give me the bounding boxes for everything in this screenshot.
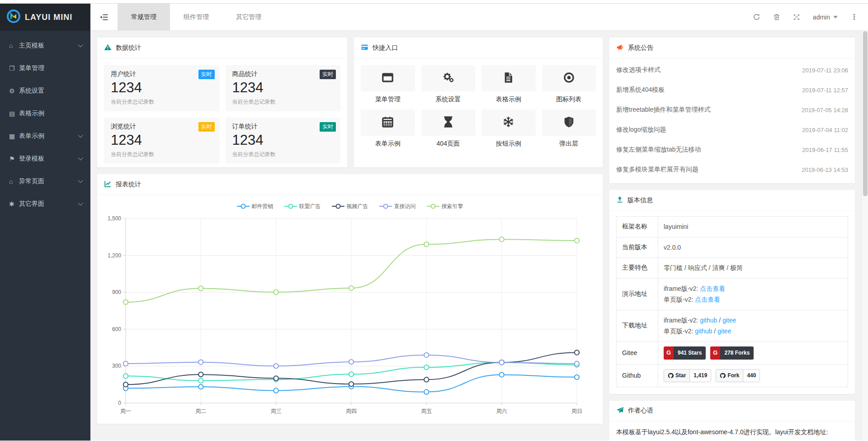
svg-text:0: 0 [118, 400, 121, 406]
card-title: 报表统计 [116, 180, 141, 189]
quick-entry-forms[interactable]: 表单示例 [361, 109, 415, 148]
author-words-card: 作者心语 本模板基于layui2.5.4以及font-awesome-4.7.0… [609, 401, 855, 441]
legend-item[interactable]: 联盟广告 [284, 201, 321, 211]
gitee-logo-icon: G [664, 346, 674, 360]
table-row: 演示地址 iframe版-v2: 点击查看 单页版-v2: 点击查看 [617, 278, 848, 310]
notice-item[interactable]: 新增treetable插件和菜单管理样式 2019-07-05 14:28 [616, 100, 848, 120]
download-github-link[interactable]: github [695, 327, 712, 335]
legend-marker-icon [332, 204, 344, 209]
table-row: 主要特色 零门槛 / 响应式 / 清爽 / 极简 [617, 258, 848, 279]
browser-chrome-strip [0, 0, 868, 4]
snowflake-icon [502, 116, 514, 130]
version-info-card: 版本信息 框架名称 layuimini 当前版本 v2.0.0 主要特色 [609, 190, 855, 394]
chevron-down-icon [78, 200, 83, 205]
file-icon: ▤ [9, 110, 19, 117]
window-icon [382, 71, 394, 85]
sidebar-item-menu-management[interactable]: ❐ 菜单管理 [0, 57, 90, 80]
home-icon: ⌂ [9, 178, 19, 185]
refresh-icon[interactable] [753, 13, 760, 21]
github-icon [720, 373, 726, 379]
svg-text:900: 900 [112, 289, 121, 295]
bullhorn-icon [616, 43, 624, 52]
sidebar-item-form-examples[interactable]: ▦ 表单示例 [0, 125, 90, 147]
download-github-link[interactable]: github [700, 317, 717, 324]
quick-entry-404[interactable]: 404页面 [421, 109, 476, 148]
legend-marker-icon [427, 204, 439, 209]
github-icon [668, 373, 674, 379]
shield-icon [563, 116, 575, 130]
svg-text:周四: 周四 [346, 408, 357, 414]
download-gitee-link[interactable]: gitee [722, 317, 736, 324]
warning-triangle-icon [104, 43, 112, 52]
github-star-button[interactable]: Star 1,419 [664, 369, 711, 382]
quick-entry-menu[interactable]: 菜单管理 [361, 65, 415, 104]
quick-entry-card: 快捷入口 菜单管理 [354, 38, 603, 167]
tab-other-management[interactable]: 其它管理 [222, 4, 275, 30]
notice-item[interactable]: 修改logo缩放问题 2019-07-04 11:02 [616, 120, 848, 140]
quick-entry-icons[interactable]: 图标列表 [542, 65, 596, 104]
user-menu[interactable]: admin [813, 14, 838, 21]
card-title: 系统公告 [628, 44, 653, 52]
sidebar-item-home-templates[interactable]: ⌂ 主页模板 [0, 34, 90, 57]
sidebar-item-table-examples[interactable]: ▤ 表格示例 [0, 102, 90, 125]
sidebar-item-login-templates[interactable]: ⚑ 登录模板 [0, 147, 90, 170]
status-badge: 实时 [320, 70, 336, 79]
line-chart: 03006009001,2001,500周一周二周三周四周五周六周日 [97, 211, 603, 422]
stat-products: 商品统计 实时 1234 当前分类总记录数 [226, 65, 341, 111]
tab-general-management[interactable]: 常规管理 [118, 4, 170, 30]
version-icon [616, 196, 623, 204]
gitee-forks-badge[interactable]: G 278 Forks [710, 346, 754, 360]
caret-down-icon [833, 16, 838, 19]
app-title: LAYUI MINI [25, 13, 72, 22]
status-badge: 实时 [320, 122, 336, 132]
stat-views: 浏览统计 实时 1234 当前分类总记录数 [104, 118, 219, 164]
notice-item[interactable]: 修复左侧菜单缩放tab无法移动 2019-06-17 11:55 [616, 140, 848, 160]
notice-item[interactable]: 新增系统404模板 2019-07-11 12:57 [616, 80, 848, 100]
notice-item[interactable]: 修改选项卡样式 2019-07-11 23:06 [616, 60, 848, 80]
legend-item[interactable]: 邮件营销 [237, 201, 274, 211]
legend-marker-icon [237, 204, 250, 209]
legend-item[interactable]: 搜索引擎 [427, 201, 463, 211]
svg-text:周二: 周二 [195, 408, 206, 414]
table-row: Github Star 1,419 [617, 364, 848, 387]
legend-marker-icon [379, 204, 392, 209]
sidebar-item-other-pages[interactable]: ✱ 其它界面 [0, 193, 90, 215]
github-fork-button[interactable]: Fork 440 [716, 369, 760, 382]
demo-link-iframe[interactable]: 点击查看 [700, 285, 725, 292]
quick-entry-tables[interactable]: 表格示例 [481, 65, 536, 104]
content-area: 数据统计 用户统计 实时 1234 当前分类总记录数 商品统计 实 [90, 31, 868, 441]
more-menu-icon[interactable]: ⋮ [850, 12, 858, 22]
svg-text:1,500: 1,500 [108, 215, 121, 222]
data-statistics-card: 数据统计 用户统计 实时 1234 当前分类总记录数 商品统计 实 [97, 38, 347, 167]
sidebar-item-system-settings[interactable]: ⚙ 系统设置 [0, 80, 90, 102]
logo-icon [6, 9, 21, 25]
legend-item[interactable]: 直接访问 [379, 201, 416, 211]
hourglass-icon [442, 116, 454, 130]
quick-entry-popup[interactable]: 弹出层 [542, 109, 596, 148]
legend-item[interactable]: 视频广告 [332, 201, 368, 211]
sidebar-nav: ⌂ 主页模板 ❐ 菜单管理 ⚙ 系统设置 ▤ 表格示例 ▦ 表单示例 [0, 31, 90, 215]
scrollbar-thumb[interactable] [863, 31, 868, 196]
fullscreen-icon[interactable] [793, 14, 800, 21]
logo: LAYUI MINI [0, 4, 90, 31]
quick-entry-settings[interactable]: 系统设置 [421, 65, 476, 104]
gitee-logo-icon: G [710, 346, 720, 360]
gitee-stars-badge[interactable]: G 941 Stars [664, 346, 706, 360]
file-icon [502, 71, 514, 85]
window-icon: ❐ [9, 65, 19, 72]
download-gitee-link[interactable]: gitee [717, 327, 731, 335]
demo-link-spa[interactable]: 点击查看 [695, 296, 720, 303]
collapse-menu-button[interactable] [90, 4, 118, 30]
notice-item[interactable]: 修复多模块菜单栏展开有问题 2019-06-13 14:53 [616, 160, 848, 180]
sidebar-item-error-pages[interactable]: ⌂ 异常页面 [0, 170, 90, 193]
svg-text:周一: 周一 [120, 408, 131, 414]
username: admin [813, 14, 830, 21]
vertical-scrollbar[interactable] [862, 31, 868, 441]
quick-entry-buttons[interactable]: 按钮示例 [481, 109, 536, 148]
trash-icon[interactable] [773, 13, 780, 21]
table-row: 框架名称 layuimini [617, 217, 848, 237]
system-notice-card: 系统公告 修改选项卡样式 2019-07-11 23:06 新增系统404模板 … [609, 38, 855, 183]
card-title: 数据统计 [116, 44, 141, 52]
tab-bar: 常规管理 组件管理 其它管理 [118, 4, 275, 30]
tab-component-management[interactable]: 组件管理 [170, 4, 222, 30]
